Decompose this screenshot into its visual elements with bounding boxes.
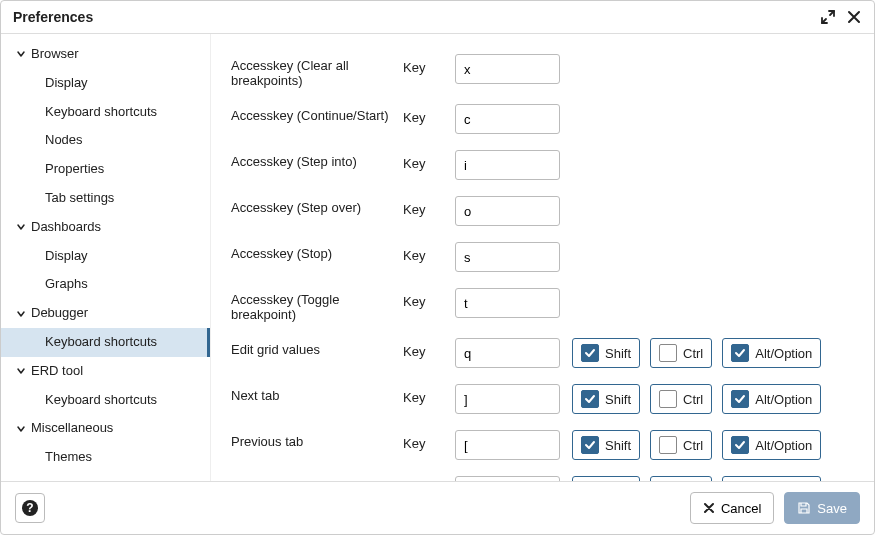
modifier-group: ShiftCtrlAlt/Option — [572, 430, 821, 460]
dialog-body: BrowserDisplayKeyboard shortcutsNodesPro… — [1, 34, 874, 481]
sidebar-item-display[interactable]: Display — [1, 242, 210, 271]
checkbox[interactable] — [659, 436, 677, 454]
sidebar-item-label: Browser — [31, 44, 79, 65]
preferences-dialog: Preferences BrowserDisplayKeyboard short… — [0, 0, 875, 535]
sidebar-item-keyboard-shortcuts[interactable]: Keyboard shortcuts — [1, 328, 210, 357]
close-icon[interactable] — [846, 9, 862, 25]
shift-modifier[interactable]: Shift — [572, 338, 640, 368]
window-controls — [820, 9, 862, 25]
dialog-title: Preferences — [13, 9, 93, 25]
sidebar-item-tab-settings[interactable]: Tab settings — [1, 184, 210, 213]
shift-modifier[interactable]: Shift — [572, 384, 640, 414]
expand-icon[interactable] — [820, 9, 836, 25]
shortcut-row: Edit grid valuesKeyShiftCtrlAlt/Option — [231, 330, 854, 376]
chevron-down-icon[interactable] — [15, 49, 27, 59]
sidebar-item-label: Display — [45, 73, 88, 94]
row-label: Accesskey (Continue/Start) — [231, 104, 391, 123]
ctrl-modifier[interactable]: Ctrl — [650, 338, 712, 368]
sidebar-item-label: Dashboards — [31, 217, 101, 238]
shortcut-row: Switch PanelKeyShiftCtrlAlt/Option — [231, 468, 854, 481]
key-input[interactable] — [455, 384, 560, 414]
modifier-label: Ctrl — [683, 346, 703, 361]
checkbox[interactable] — [581, 390, 599, 408]
sidebar-item-label: Display — [45, 246, 88, 267]
cancel-button[interactable]: Cancel — [690, 492, 774, 524]
key-input[interactable] — [455, 150, 560, 180]
sidebar-item-dashboards[interactable]: Dashboards — [1, 213, 210, 242]
chevron-down-icon[interactable] — [15, 424, 27, 434]
modifier-group: ShiftCtrlAlt/Option — [572, 384, 821, 414]
key-input[interactable] — [455, 104, 560, 134]
key-label: Key — [403, 104, 443, 125]
key-label: Key — [403, 338, 443, 359]
key-input[interactable] — [455, 288, 560, 318]
sidebar-item-label: User language — [45, 476, 130, 481]
content-panel[interactable]: Accesskey (Clear all breakpoints)KeyAcce… — [211, 34, 874, 481]
close-icon — [703, 502, 715, 514]
footer-buttons: Cancel Save — [690, 492, 860, 524]
sidebar-item-keyboard-shortcuts[interactable]: Keyboard shortcuts — [1, 386, 210, 415]
checkbox[interactable] — [659, 390, 677, 408]
cancel-label: Cancel — [721, 501, 761, 516]
sidebar-item-browser[interactable]: Browser — [1, 40, 210, 69]
chevron-down-icon[interactable] — [15, 366, 27, 376]
alt-modifier[interactable]: Alt/Option — [722, 338, 821, 368]
sidebar-item-display[interactable]: Display — [1, 69, 210, 98]
shortcut-row: Accesskey (Stop)Key — [231, 234, 854, 280]
checkbox[interactable] — [659, 344, 677, 362]
titlebar: Preferences — [1, 1, 874, 34]
checkbox[interactable] — [581, 344, 599, 362]
key-input[interactable] — [455, 196, 560, 226]
sidebar-item-miscellaneous[interactable]: Miscellaneous — [1, 414, 210, 443]
row-label: Edit grid values — [231, 338, 391, 357]
shortcut-row: Previous tabKeyShiftCtrlAlt/Option — [231, 422, 854, 468]
key-label: Key — [403, 242, 443, 263]
checkbox[interactable] — [581, 436, 599, 454]
sidebar-item-nodes[interactable]: Nodes — [1, 126, 210, 155]
sidebar-item-properties[interactable]: Properties — [1, 155, 210, 184]
shortcut-row: Accesskey (Clear all breakpoints)Key — [231, 46, 854, 96]
key-input[interactable] — [455, 430, 560, 460]
sidebar-item-keyboard-shortcuts[interactable]: Keyboard shortcuts — [1, 98, 210, 127]
sidebar-item-user-language[interactable]: User language — [1, 472, 210, 481]
ctrl-modifier[interactable]: Ctrl — [650, 430, 712, 460]
sidebar-item-label: Tab settings — [45, 188, 114, 209]
key-label: Key — [403, 384, 443, 405]
modifier-label: Alt/Option — [755, 346, 812, 361]
row-label: Accesskey (Clear all breakpoints) — [231, 54, 391, 88]
shortcut-row: Accesskey (Step into)Key — [231, 142, 854, 188]
alt-modifier[interactable]: Alt/Option — [722, 430, 821, 460]
help-button[interactable]: ? — [15, 493, 45, 523]
sidebar-item-label: Themes — [45, 447, 92, 468]
save-button[interactable]: Save — [784, 492, 860, 524]
modifier-label: Alt/Option — [755, 392, 812, 407]
shift-modifier[interactable]: Shift — [572, 430, 640, 460]
key-input[interactable] — [455, 54, 560, 84]
row-label: Accesskey (Step into) — [231, 150, 391, 169]
ctrl-modifier[interactable]: Ctrl — [650, 384, 712, 414]
sidebar-item-label: Properties — [45, 159, 104, 180]
row-label: Previous tab — [231, 430, 391, 449]
sidebar[interactable]: BrowserDisplayKeyboard shortcutsNodesPro… — [1, 34, 211, 481]
sidebar-item-label: Keyboard shortcuts — [45, 332, 157, 353]
footer: ? Cancel Save — [1, 481, 874, 534]
modifier-label: Shift — [605, 392, 631, 407]
sidebar-item-graphs[interactable]: Graphs — [1, 270, 210, 299]
sidebar-item-erd-tool[interactable]: ERD tool — [1, 357, 210, 386]
chevron-down-icon[interactable] — [15, 309, 27, 319]
shortcut-row: Next tabKeyShiftCtrlAlt/Option — [231, 376, 854, 422]
checkbox[interactable] — [731, 436, 749, 454]
checkbox[interactable] — [731, 344, 749, 362]
key-input[interactable] — [455, 242, 560, 272]
sidebar-item-label: ERD tool — [31, 361, 83, 382]
sidebar-item-debugger[interactable]: Debugger — [1, 299, 210, 328]
row-label: Accesskey (Toggle breakpoint) — [231, 288, 391, 322]
key-input[interactable] — [455, 338, 560, 368]
checkbox[interactable] — [731, 390, 749, 408]
save-label: Save — [817, 501, 847, 516]
shortcut-row: Accesskey (Toggle breakpoint)Key — [231, 280, 854, 330]
sidebar-item-label: Keyboard shortcuts — [45, 102, 157, 123]
sidebar-item-themes[interactable]: Themes — [1, 443, 210, 472]
chevron-down-icon[interactable] — [15, 222, 27, 232]
alt-modifier[interactable]: Alt/Option — [722, 384, 821, 414]
